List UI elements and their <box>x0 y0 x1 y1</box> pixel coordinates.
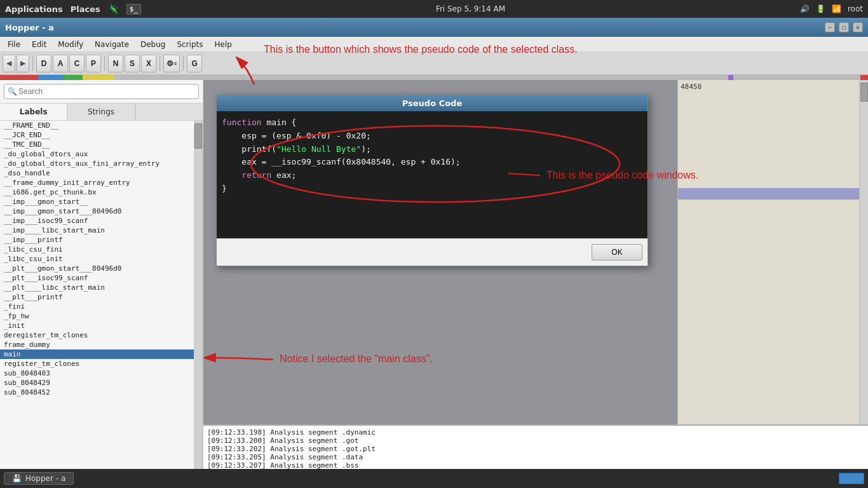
symbol-item[interactable]: __plt___printf <box>0 292 194 302</box>
symbol-item[interactable]: __imp___gmon_start___80496d0 <box>0 207 194 216</box>
settings-icon: ⚙ <box>166 59 173 68</box>
search-icon: 🔍 <box>8 87 17 96</box>
color-seg-5 <box>114 75 728 80</box>
menu-edit[interactable]: Edit <box>27 39 51 50</box>
symbol-item[interactable]: frame_dummy <box>0 340 194 349</box>
symbol-item[interactable]: _do_global_dtors_aux <box>0 149 194 159</box>
symbol-item[interactable]: _libc_csu_fini <box>0 245 194 254</box>
battery-icon: 🔋 <box>816 4 825 13</box>
settings-lines-icon: ≡ <box>173 60 177 67</box>
symbol-item[interactable]: __plt___isoc99_scanf <box>0 273 194 283</box>
taskbar: 💾 Hopper - a <box>0 469 868 488</box>
toolbar-separator-4 <box>183 56 184 71</box>
pseudo-dialog-title: Pseudo Code <box>217 95 648 111</box>
symbol-item[interactable]: __TMC_END__ <box>0 140 194 149</box>
search-box: 🔍 <box>0 80 203 104</box>
pseudo-dialog-footer: OK <box>217 238 648 266</box>
pseudo-dialog-content: function main { esp = (esp & 0xf0) - 0x2… <box>217 111 648 238</box>
search-wrapper: 🔍 <box>4 84 199 99</box>
symbol-item[interactable]: main <box>0 349 194 359</box>
system-bar-right: 🔊 🔋 📶 root <box>800 4 863 13</box>
symbol-item[interactable]: __plt____libc_start_main <box>0 283 194 292</box>
user-label: root <box>848 4 863 13</box>
app-window: Hopper - a − □ × File Edit Modify Naviga… <box>0 18 868 488</box>
tab-labels[interactable]: Labels <box>0 104 67 120</box>
toolbar: ◀ ▶ D A C P N S X ⚙ ≡ G <box>0 52 868 75</box>
disasm-button[interactable]: D <box>36 55 51 72</box>
settings-button[interactable]: ⚙ ≡ <box>163 55 180 72</box>
menu-scripts[interactable]: Scripts <box>172 39 208 50</box>
menu-help[interactable]: Help <box>209 39 236 50</box>
maximize-button[interactable]: □ <box>839 22 849 32</box>
title-bar: Hopper - a − □ × <box>0 18 868 37</box>
pseudo-dialog: Pseudo Code function main { esp = (esp &… <box>216 94 648 266</box>
system-bar-left: Applications Places 🦎 $_ <box>5 4 141 15</box>
symbol-item[interactable]: sub_8048452 <box>0 388 194 397</box>
tab-extra[interactable] <box>135 104 203 120</box>
symbol-item[interactable]: sub_8048429 <box>0 378 194 388</box>
volume-icon[interactable]: 🔊 <box>800 4 810 13</box>
symbol-list: __FRAME_END____JCR_END____TMC_END___do_g… <box>0 121 194 488</box>
symbol-item[interactable]: __plt___gmon_start___80496d0 <box>0 264 194 273</box>
asm-button[interactable]: A <box>53 55 68 72</box>
symbol-item[interactable]: _fini <box>0 302 194 311</box>
symbol-item[interactable]: __i686.get_pc_thunk.bx <box>0 187 194 197</box>
datetime-display: Fri Sep 5, 9:14 AM <box>436 4 505 13</box>
terminal-icon[interactable]: $_ <box>126 4 141 15</box>
symbol-item[interactable]: __FRAME_END__ <box>0 121 194 130</box>
symbol-item[interactable]: register_tm_clones <box>0 359 194 369</box>
close-button[interactable]: × <box>853 22 863 32</box>
symbol-item[interactable]: _fp_hw <box>0 311 194 321</box>
symbol-item[interactable]: _dso_handle <box>0 168 194 178</box>
symbol-item[interactable]: __imp___gmon_start__ <box>0 197 194 207</box>
right-col: 48450 <box>677 80 868 424</box>
toolbar-separator-3 <box>159 56 160 71</box>
taskbar-app-item[interactable]: 💾 Hopper - a <box>4 472 74 485</box>
symbol-item[interactable]: __frame_dummy_init_array_entry <box>0 178 194 187</box>
tab-strings[interactable]: Strings <box>67 104 135 120</box>
g-button[interactable]: G <box>187 55 202 72</box>
taskbar-label: Hopper - a <box>25 474 65 483</box>
ok-button[interactable]: OK <box>592 244 642 261</box>
menu-navigate[interactable]: Navigate <box>90 39 134 50</box>
back-button[interactable]: ◀ <box>3 55 15 72</box>
forward-button[interactable]: ▶ <box>17 55 29 72</box>
symbol-item[interactable]: _do_global_dtors_aux_fini_array_entry <box>0 159 194 168</box>
search-input[interactable] <box>4 84 199 99</box>
left-scroll-thumb[interactable] <box>194 123 202 149</box>
symbol-item[interactable]: _init <box>0 321 194 330</box>
color-seg-2 <box>38 75 64 80</box>
x-button[interactable]: X <box>141 55 156 72</box>
left-scrollbar[interactable] <box>194 121 203 488</box>
menu-debug[interactable]: Debug <box>135 39 170 50</box>
pseudo-button[interactable]: P <box>86 55 101 72</box>
menu-modify[interactable]: Modify <box>53 39 88 50</box>
symbol-item[interactable]: deregister_tm_clones <box>0 330 194 340</box>
symbol-item[interactable]: _libc_csu_init <box>0 254 194 264</box>
symbol-item[interactable]: __imp____libc_start_main <box>0 226 194 235</box>
right-scrollbar[interactable] <box>859 80 868 424</box>
address-indicator: 48450 <box>678 80 868 93</box>
menu-file[interactable]: File <box>3 39 25 50</box>
right-band <box>678 188 868 200</box>
applications-menu[interactable]: Applications <box>5 4 63 14</box>
color-seg-7 <box>733 75 860 80</box>
menu-bar: File Edit Modify Navigate Debug Scripts … <box>0 37 868 52</box>
color-seg-4 <box>83 75 114 80</box>
color-seg-3 <box>64 75 83 80</box>
symbol-item[interactable]: __imp___printf <box>0 235 194 245</box>
cfg-button[interactable]: C <box>69 55 85 72</box>
symbol-item[interactable]: sub_8048403 <box>0 369 194 378</box>
log-entry: [09:12:33.205] Analysis segment .data <box>207 453 864 461</box>
color-bar <box>0 75 868 80</box>
gecko-icon: 🦎 <box>108 4 119 14</box>
right-scroll-thumb[interactable] <box>860 83 868 102</box>
s-button[interactable]: S <box>125 55 140 72</box>
symbol-item[interactable]: __JCR_END__ <box>0 130 194 140</box>
color-seg-1 <box>0 75 38 80</box>
n-button[interactable]: N <box>108 55 123 72</box>
symbol-item[interactable]: __imp___isoc99_scanf <box>0 216 194 226</box>
places-menu[interactable]: Places <box>71 4 100 14</box>
minimize-button[interactable]: − <box>825 22 835 32</box>
left-sidebar: 🔍 Labels Strings __FRAME_END____JCR_END_… <box>0 80 203 488</box>
